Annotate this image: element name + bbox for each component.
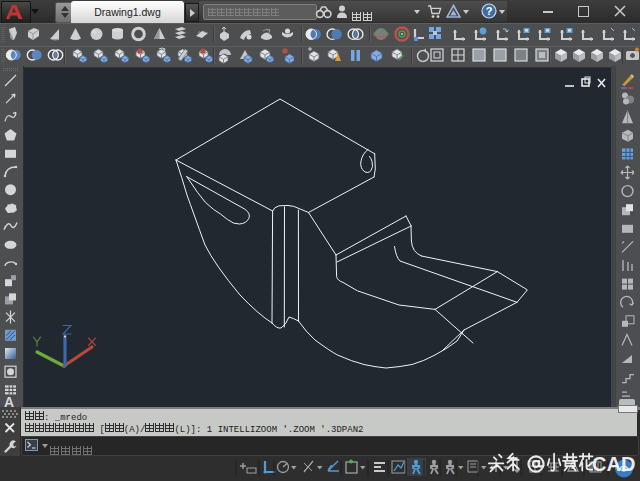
svg-text:A: A — [4, 394, 14, 407]
svg-text:?: ? — [486, 5, 493, 17]
svg-text:CAD: CAD — [592, 453, 635, 475]
